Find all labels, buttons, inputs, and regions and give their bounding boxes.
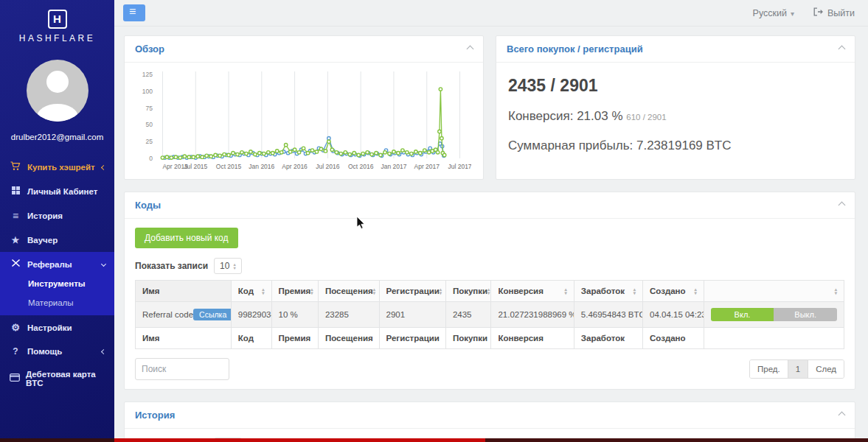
sidebar-toggle-button[interactable] <box>123 4 145 21</box>
show-records-label: Показать записи <box>135 261 208 271</box>
svg-text:0: 0 <box>149 155 153 162</box>
sidebar-item-referrals[interactable]: Рефералы <box>0 252 114 274</box>
sidebar-item-label: Купить хэшрейт <box>27 163 95 172</box>
col-registrations[interactable]: Регистрации <box>379 281 445 302</box>
link-badge[interactable]: Ссылка <box>193 309 231 320</box>
enable-toggle: Вкл.Выкл. <box>711 308 837 321</box>
cell-conversion: 21.027231988969 % <box>491 302 574 328</box>
col-name[interactable]: Имя <box>136 281 232 302</box>
cell-code: 99829034 <box>231 302 271 328</box>
col-purchases[interactable]: Покупки <box>445 281 491 302</box>
chevron-down-icon <box>101 262 106 267</box>
cell-registrations: 2901 <box>379 302 445 328</box>
collapse-chevron-icon[interactable] <box>839 46 846 53</box>
sort-icon <box>487 287 490 295</box>
avatar-head <box>46 71 69 93</box>
svg-text:50: 50 <box>146 121 153 128</box>
codes-header-row: Имя Код Премия Посещения Регистрации Пок… <box>136 281 844 302</box>
sidebar-item-label: Рефералы <box>27 260 72 269</box>
progress-watched <box>114 438 485 442</box>
col-earnings[interactable]: Заработок <box>574 281 642 302</box>
next-page-button[interactable]: След <box>808 360 844 378</box>
sidebar: H HASHFLARE drulber2012@gmail.com Купить… <box>0 0 114 442</box>
collapse-chevron-icon[interactable] <box>467 46 474 53</box>
page-size-value: 10 <box>220 261 229 271</box>
codes-footer-row: Имя Код Премия Посещения Регистрации Пок… <box>136 328 844 349</box>
grid-icon <box>9 186 22 197</box>
user-email: drulber2012@gmail.com <box>0 133 114 141</box>
search-input[interactable] <box>135 358 229 380</box>
totals-panel-title: Всего покупок / регистраций <box>507 43 643 55</box>
col-visits[interactable]: Посещения <box>318 281 379 302</box>
sidebar-item-settings[interactable]: Настройки <box>0 315 114 340</box>
sidebar-subitem-tools[interactable]: Инструменты <box>0 274 114 293</box>
col-toggle[interactable] <box>704 281 844 302</box>
sidebar-item-label: Дебетовая карта BTC <box>26 370 105 387</box>
svg-text:Apr 2017: Apr 2017 <box>414 163 440 170</box>
sidebar-menu: Купить хэшрейт Личный Кабинет История Ва… <box>0 155 114 394</box>
collapse-chevron-icon[interactable] <box>839 202 846 209</box>
logout-label: Выйти <box>827 8 855 18</box>
updown-icon <box>233 262 235 270</box>
svg-text:Jul 2017: Jul 2017 <box>448 163 471 170</box>
sort-icon <box>440 287 442 295</box>
sidebar-subitem-materials[interactable]: Материалы <box>0 293 114 312</box>
add-code-button[interactable]: Добавить новый код <box>135 228 238 248</box>
totals-panel: Всего покупок / регистраций 2435 / 2901 … <box>496 35 855 180</box>
cell-earnings: 5.46954843 BTC <box>574 302 642 328</box>
prev-page-button[interactable]: Пред. <box>750 360 788 378</box>
total-profit-value: Суммарная прибыль: 7.23819169 BTC <box>508 138 843 153</box>
sidebar-item-label: Ваучер <box>27 236 58 245</box>
col-bonus[interactable]: Премия <box>271 281 318 302</box>
toggle-on-button[interactable]: Вкл. <box>711 308 774 321</box>
sort-icon <box>262 287 264 295</box>
svg-text:Jan 2016: Jan 2016 <box>249 163 274 170</box>
col-created[interactable]: Создано <box>643 281 704 302</box>
col-conversion[interactable]: Конверсия <box>491 281 574 302</box>
current-page-button[interactable]: 1 <box>788 360 808 378</box>
progress-segment <box>0 438 114 442</box>
logout-button[interactable]: Выйти <box>813 7 855 18</box>
avatar-body <box>37 104 78 122</box>
svg-text:Oct 2015: Oct 2015 <box>216 163 242 170</box>
progress-remaining <box>485 438 868 442</box>
sidebar-item-dashboard[interactable]: Личный Кабинет <box>0 180 114 203</box>
gear-icon <box>9 322 22 333</box>
language-dropdown[interactable]: Русский <box>753 8 794 18</box>
codes-table: Имя Код Премия Посещения Регистрации Пок… <box>135 280 844 349</box>
sidebar-item-label: Личный Кабинет <box>27 187 97 196</box>
col-code[interactable]: Код <box>231 281 271 302</box>
conversion-value: Конверсия: 21.03 % <box>508 109 623 123</box>
cell-purchases: 2435 <box>445 302 491 328</box>
purchases-registrations-value: 2435 / 2901 <box>508 76 843 96</box>
referral-name: Referral code <box>142 310 193 319</box>
cell-created: 04.04.15 04:23 <box>643 302 704 328</box>
brand-name: HASHFLARE <box>0 33 114 43</box>
question-icon <box>9 346 22 357</box>
collapse-chevron-icon[interactable] <box>839 412 846 419</box>
sidebar-item-buy-hashrate[interactable]: Купить хэшрейт <box>0 155 114 180</box>
cell-bonus: 10 % <box>271 302 318 328</box>
brand-logo: H HASHFLARE <box>0 0 114 43</box>
page-size-select[interactable]: 10 <box>214 258 242 274</box>
svg-text:Oct 2016: Oct 2016 <box>348 163 374 170</box>
star-icon <box>9 235 22 245</box>
sidebar-item-debit-card[interactable]: Дебетовая карта BTC <box>0 363 114 394</box>
sidebar-item-voucher[interactable]: Ваучер <box>0 228 114 252</box>
codes-panel-title: Коды <box>135 200 161 211</box>
hashflare-logo-icon: H <box>48 10 67 29</box>
sort-icon <box>835 287 837 295</box>
toggle-off-button[interactable]: Выкл. <box>774 308 837 321</box>
sort-icon <box>373 287 375 295</box>
svg-text:100: 100 <box>142 88 153 95</box>
overview-chart: Apr 2015Jul 2015Oct 2015Jan 2016Apr 2016… <box>135 67 471 176</box>
svg-text:75: 75 <box>146 105 153 112</box>
sidebar-item-label: Помощь <box>27 347 62 356</box>
sort-icon <box>694 287 696 295</box>
sidebar-item-history[interactable]: История <box>0 203 114 228</box>
history-panel-title: История <box>135 410 175 421</box>
sidebar-item-help[interactable]: Помощь <box>0 340 114 363</box>
pagination: Пред. 1 След <box>749 359 844 379</box>
codes-panel: Коды Добавить новый код Показать записи … <box>124 192 855 390</box>
svg-text:Jul 2016: Jul 2016 <box>316 163 339 170</box>
